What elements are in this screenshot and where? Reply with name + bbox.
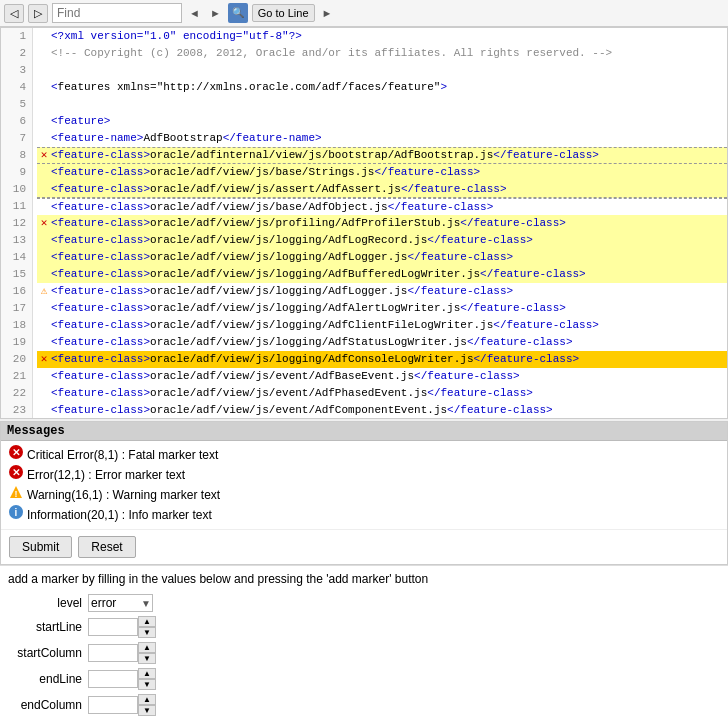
level-select[interactable]: errorwarninginfocritical bbox=[88, 594, 153, 612]
code-text: <feature-class>oracle/adf/view/js/profil… bbox=[51, 215, 566, 232]
code-area[interactable]: 1234567891011121314151617181920212223242… bbox=[1, 28, 727, 418]
code-line: <feature-class>oracle/adf/view/js/loggin… bbox=[37, 249, 727, 266]
code-text: <feature-name>AdfBootstrap</feature-name… bbox=[51, 130, 322, 147]
code-text: <feature-class>oracle/adf/view/js/loggin… bbox=[51, 334, 573, 351]
messages-section: Messages ✕Critical Error(8,1) : Fatal ma… bbox=[0, 421, 728, 565]
code-line: <feature-class>oracle/adf/view/js/base/S… bbox=[37, 164, 727, 181]
code-line bbox=[37, 96, 727, 113]
code-line: <feature-class>oracle/adf/view/js/loggin… bbox=[37, 232, 727, 249]
svg-text:i: i bbox=[15, 507, 18, 518]
submit-reset-row: Submit Reset bbox=[1, 529, 727, 564]
end-line-down-button[interactable]: ▼ bbox=[138, 679, 156, 690]
warning-icon: ! bbox=[9, 485, 23, 505]
level-label: level bbox=[8, 592, 88, 614]
code-line: <!-- Copyright (c) 2008, 2012, Oracle an… bbox=[37, 45, 727, 62]
line-number: 10 bbox=[7, 181, 26, 198]
code-text: <feature-class>oracle/adf/view/js/loggin… bbox=[51, 232, 533, 249]
line-number: 7 bbox=[7, 130, 26, 147]
message-text: Critical Error(8,1) : Fatal marker text bbox=[27, 445, 218, 465]
start-line-input[interactable] bbox=[88, 618, 138, 636]
code-line: <?xml version="1.0" encoding="utf-8"?> bbox=[37, 28, 727, 45]
end-line-label: endLine bbox=[8, 666, 88, 692]
info-icon: i bbox=[9, 505, 23, 525]
end-col-spinner-btns: ▲ ▼ bbox=[138, 694, 156, 716]
end-line-input[interactable] bbox=[88, 670, 138, 688]
message-line: ✕Critical Error(8,1) : Fatal marker text bbox=[9, 445, 719, 465]
code-text: <feature-class>oracle/adf/view/js/loggin… bbox=[51, 283, 513, 300]
code-text: <feature-class>oracle/adf/view/js/loggin… bbox=[51, 266, 586, 283]
code-text: <feature-class>oracle/adf/view/js/base/S… bbox=[51, 164, 480, 181]
code-line: <feature-class>oracle/adf/view/js/loggin… bbox=[37, 317, 727, 334]
level-row: level errorwarninginfocritical ▼ bbox=[8, 592, 248, 614]
code-line: <feature> bbox=[37, 113, 727, 130]
code-line: <feature-class>oracle/adf/view/js/event/… bbox=[37, 368, 727, 385]
marker-icon: ⚠ bbox=[37, 283, 51, 300]
critical-icon: ✕ bbox=[9, 445, 23, 465]
find-next-button[interactable]: ► bbox=[207, 6, 224, 20]
line-number: 15 bbox=[7, 266, 26, 283]
back-button[interactable]: ◁ bbox=[4, 4, 24, 23]
line-number: 4 bbox=[7, 79, 26, 96]
start-col-up-button[interactable]: ▲ bbox=[138, 642, 156, 653]
end-col-input-cell: ▲ ▼ bbox=[88, 692, 248, 718]
start-line-down-button[interactable]: ▼ bbox=[138, 627, 156, 638]
reset-button[interactable]: Reset bbox=[78, 536, 135, 558]
svg-text:✕: ✕ bbox=[12, 467, 20, 478]
code-text: <feature-class>oracle/adf/view/js/event/… bbox=[51, 385, 533, 402]
code-line: <feature-class>oracle/adf/view/js/loggin… bbox=[37, 334, 727, 351]
find-prev-button[interactable]: ◄ bbox=[186, 6, 203, 20]
line-numbers: 1234567891011121314151617181920212223242… bbox=[1, 28, 33, 418]
end-line-input-cell: ▲ ▼ bbox=[88, 666, 248, 692]
line-number: 19 bbox=[7, 334, 26, 351]
goto-line-button[interactable]: Go to Line bbox=[252, 4, 315, 22]
code-text: <feature-class>oracle/adf/view/js/event/… bbox=[51, 402, 553, 418]
line-number: 3 bbox=[7, 62, 26, 79]
find-icon: 🔍 bbox=[228, 3, 248, 23]
end-line-spinner-btns: ▲ ▼ bbox=[138, 668, 156, 690]
code-line: ✕ <feature-class>oracle/adfinternal/view… bbox=[37, 147, 727, 164]
code-line: <feature-class>oracle/adf/view/js/assert… bbox=[37, 181, 727, 198]
code-line: <features xmlns="http://xmlns.oracle.com… bbox=[37, 79, 727, 96]
line-number: 6 bbox=[7, 113, 26, 130]
end-col-input[interactable] bbox=[88, 696, 138, 714]
messages-body: ✕Critical Error(8,1) : Fatal marker text… bbox=[1, 441, 727, 529]
code-line: <feature-class>oracle/adf/view/js/event/… bbox=[37, 385, 727, 402]
end-col-down-button[interactable]: ▼ bbox=[138, 705, 156, 716]
code-line: ✕ <feature-class>oracle/adf/view/js/prof… bbox=[37, 215, 727, 232]
end-line-up-button[interactable]: ▲ bbox=[138, 668, 156, 679]
code-lines[interactable]: <?xml version="1.0" encoding="utf-8"?> <… bbox=[33, 28, 727, 418]
code-text: <feature-class>oracle/adf/view/js/loggin… bbox=[51, 249, 513, 266]
message-text: Information(20,1) : Info marker text bbox=[27, 505, 212, 525]
start-line-input-cell: ▲ ▼ bbox=[88, 614, 248, 640]
code-line: ✕ <feature-class>oracle/adf/view/js/logg… bbox=[37, 351, 727, 368]
line-number: 1 bbox=[7, 28, 26, 45]
line-number: 16 bbox=[7, 283, 26, 300]
code-text: <!-- Copyright (c) 2008, 2012, Oracle an… bbox=[51, 45, 612, 62]
line-number: 11 bbox=[7, 198, 26, 215]
marker-icon: ✕ bbox=[37, 351, 51, 368]
end-col-spinner: ▲ ▼ bbox=[88, 694, 156, 716]
marker-icon: ✕ bbox=[37, 147, 51, 164]
start-line-spinner-btns: ▲ ▼ bbox=[138, 616, 156, 638]
code-text: <feature> bbox=[51, 113, 110, 130]
forward-button[interactable]: ▷ bbox=[28, 4, 48, 23]
code-line bbox=[37, 62, 727, 79]
end-line-row: endLine ▲ ▼ bbox=[8, 666, 248, 692]
end-col-up-button[interactable]: ▲ bbox=[138, 694, 156, 705]
start-col-down-button[interactable]: ▼ bbox=[138, 653, 156, 664]
submit-button[interactable]: Submit bbox=[9, 536, 72, 558]
code-line: ⚠ <feature-class>oracle/adf/view/js/logg… bbox=[37, 283, 727, 300]
start-col-input[interactable] bbox=[88, 644, 138, 662]
start-col-label: startColumn bbox=[8, 640, 88, 666]
find-input[interactable] bbox=[52, 3, 182, 23]
start-line-label: startLine bbox=[8, 614, 88, 640]
error-icon: ✕ bbox=[9, 465, 23, 485]
code-line: <feature-class>oracle/adf/view/js/loggin… bbox=[37, 300, 727, 317]
code-line: <feature-name>AdfBootstrap</feature-name… bbox=[37, 130, 727, 147]
code-text: <feature-class>oracle/adf/view/js/base/A… bbox=[51, 199, 493, 216]
start-line-up-button[interactable]: ▲ bbox=[138, 616, 156, 627]
line-number: 17 bbox=[7, 300, 26, 317]
code-line: <feature-class>oracle/adf/view/js/loggin… bbox=[37, 266, 727, 283]
line-number: 8 bbox=[7, 147, 26, 164]
goto-arrow-button[interactable]: ► bbox=[319, 6, 336, 20]
